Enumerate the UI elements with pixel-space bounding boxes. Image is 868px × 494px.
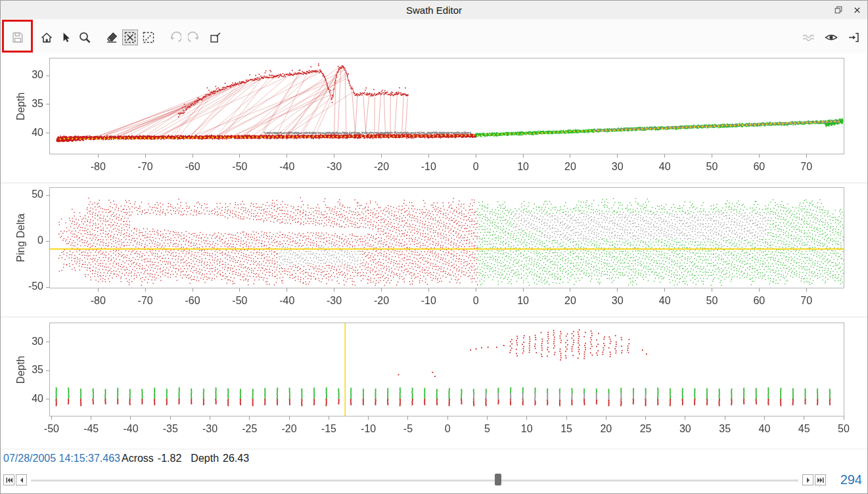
x-tick-mark	[712, 154, 712, 158]
undo-button[interactable]	[167, 30, 183, 45]
single-ping-plot-frame	[49, 323, 844, 416]
swath-editor-window: Swath Editor	[0, 0, 868, 494]
y-tick-label: 35	[14, 98, 43, 110]
x-tick-mark	[844, 416, 844, 420]
x-tick-mark	[570, 288, 570, 292]
save-button[interactable]	[10, 30, 26, 45]
redo-button[interactable]	[187, 30, 202, 45]
x-tick-mark	[523, 288, 524, 292]
single-ping-plot-canvas[interactable]	[50, 323, 844, 416]
x-tick-mark	[249, 416, 250, 420]
x-tick-label: -80	[78, 295, 118, 307]
titlebar-icons	[833, 1, 862, 19]
exit-editor-button[interactable]	[846, 30, 861, 45]
x-tick-label: 40	[744, 423, 784, 435]
select-to-subset-button[interactable]	[208, 30, 223, 45]
x-tick-label: -40	[267, 161, 307, 173]
ping-navigator: 294	[1, 468, 867, 493]
depth-value: 26.43	[223, 453, 249, 464]
x-tick-mark	[193, 154, 193, 158]
x-tick-label: 35	[705, 423, 744, 435]
x-tick-mark	[806, 154, 807, 158]
x-tick-label: -30	[315, 161, 354, 173]
pointer-tool-button[interactable]	[58, 30, 74, 45]
x-tick-label: 50	[693, 161, 732, 173]
y-tick-label: 30	[14, 69, 43, 81]
previous-ping-button[interactable]	[16, 474, 27, 485]
x-tick-mark	[664, 288, 665, 292]
x-tick-label: -50	[220, 161, 260, 173]
x-tick-mark	[286, 288, 287, 292]
float-window-icon[interactable]	[833, 5, 844, 15]
x-tick-mark	[476, 288, 476, 292]
x-tick-label: 0	[428, 423, 467, 435]
display-options-button[interactable]	[823, 30, 839, 45]
x-tick-label: -70	[126, 161, 165, 173]
x-tick-mark	[645, 416, 646, 420]
x-tick-mark	[193, 288, 193, 292]
x-tick-mark	[685, 416, 685, 420]
x-tick-mark	[428, 154, 429, 158]
x-tick-mark	[170, 416, 171, 420]
close-icon[interactable]	[852, 5, 862, 15]
ping-number: 294	[823, 472, 862, 487]
x-tick-mark	[145, 288, 146, 292]
panel-separator	[1, 317, 868, 317]
window-title: Swath Editor	[406, 5, 462, 16]
x-tick-mark	[523, 154, 524, 158]
x-tick-mark	[725, 416, 725, 420]
profile-plot-canvas[interactable]	[50, 58, 844, 154]
x-tick-mark	[447, 416, 448, 420]
ping-slider-track[interactable]	[31, 480, 798, 482]
x-tick-label: -40	[111, 423, 150, 435]
reject-area-tool-button[interactable]	[122, 30, 138, 45]
x-tick-label: -15	[309, 423, 348, 435]
x-tick-label: 20	[551, 295, 590, 307]
status-bar: 07/28/2005 14:15:37.463 Across -1.82 Dep…	[1, 450, 867, 467]
x-tick-mark	[329, 416, 329, 420]
x-tick-mark	[759, 154, 760, 158]
x-tick-label: 45	[785, 423, 824, 435]
x-tick-label: 60	[739, 161, 779, 173]
y-tick-label: 30	[14, 336, 43, 348]
x-tick-label: -5	[388, 423, 428, 435]
status-separator	[1, 449, 868, 449]
x-tick-label: 70	[787, 161, 826, 173]
x-tick-mark	[428, 288, 429, 292]
x-tick-label: 10	[507, 423, 547, 435]
x-tick-label: 20	[551, 161, 590, 173]
ping-delta-plot-canvas[interactable]	[50, 188, 844, 288]
x-tick-label: 0	[456, 295, 495, 307]
x-tick-mark	[239, 288, 240, 292]
accept-area-tool-button[interactable]	[141, 30, 156, 45]
depth-label: Depth	[191, 453, 219, 464]
eraser-tool-button[interactable]	[104, 30, 120, 45]
x-tick-mark	[476, 154, 476, 158]
x-tick-mark	[381, 288, 382, 292]
y-tick-label: 50	[14, 189, 43, 200]
show-rejected-button[interactable]	[801, 30, 817, 45]
x-tick-mark	[368, 416, 369, 420]
y-axis-title: Depth	[15, 330, 30, 409]
next-ping-button[interactable]	[802, 474, 813, 485]
y-axis-title: Depth	[15, 67, 30, 146]
x-tick-mark	[130, 416, 131, 420]
titlebar[interactable]: Swath Editor	[1, 1, 867, 19]
x-tick-mark	[98, 154, 99, 158]
x-tick-mark	[712, 288, 712, 292]
x-tick-mark	[381, 154, 382, 158]
x-tick-label: 20	[586, 423, 626, 435]
home-button[interactable]	[39, 30, 55, 45]
zoom-tool-button[interactable]	[77, 30, 93, 45]
first-ping-button[interactable]	[3, 474, 14, 485]
x-tick-label: -25	[230, 423, 269, 435]
x-tick-label: -50	[220, 295, 260, 307]
x-tick-mark	[98, 288, 99, 292]
ping-slider-thumb[interactable]	[495, 474, 501, 485]
across-value: -1.82	[158, 453, 181, 464]
x-tick-mark	[91, 416, 91, 420]
x-tick-label: -10	[409, 295, 448, 307]
x-tick-label: -10	[409, 161, 448, 173]
y-tick-label: -50	[14, 281, 43, 292]
y-tick-label: 35	[14, 364, 43, 376]
